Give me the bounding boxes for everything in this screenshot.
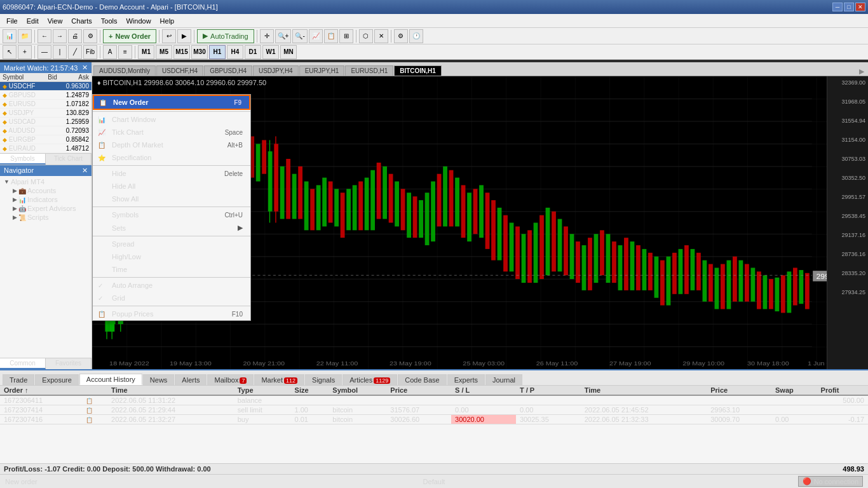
print-button[interactable]: 🖨 xyxy=(68,29,82,43)
tab-market[interactable]: Market112 xyxy=(254,374,304,385)
tab-experts[interactable]: Experts xyxy=(447,374,485,385)
period-button[interactable]: ⊞ xyxy=(339,29,353,43)
tf-m30[interactable]: M30 xyxy=(191,45,208,59)
new-order-toolbar-button[interactable]: + New Order xyxy=(103,29,156,43)
indicators-button[interactable]: 📈 xyxy=(309,29,323,43)
vline-button[interactable]: | xyxy=(53,45,67,59)
ctx-hide-all[interactable]: Hide All xyxy=(93,180,250,193)
tab-codebase[interactable]: Code Base xyxy=(398,374,446,385)
col-price2[interactable]: Price xyxy=(707,386,771,395)
tab-account-history[interactable]: Account History xyxy=(79,374,142,385)
time-button[interactable]: 🕐 xyxy=(409,29,423,43)
chart-tab-usdjpy-h4[interactable]: USDJPY,H4 xyxy=(253,65,299,76)
market-watch-row-euraud[interactable]: ◆ EURAUD 1.48712 xyxy=(0,144,92,153)
menu-tools[interactable]: Tools xyxy=(97,16,121,26)
menu-view[interactable]: View xyxy=(44,16,67,26)
fib-button[interactable]: Fib xyxy=(83,45,97,59)
tab-exposure[interactable]: Exposure xyxy=(35,374,78,385)
navigator-close[interactable]: ✕ xyxy=(82,166,88,175)
ctx-spread[interactable]: Spread xyxy=(93,238,250,250)
ctx-grid[interactable]: ✓ Grid xyxy=(93,292,250,304)
chart-tab-gbpusd-h4[interactable]: GBPUSD,H4 xyxy=(204,65,252,76)
tf-mn[interactable]: MN xyxy=(280,45,297,59)
crosshair2-button[interactable]: + xyxy=(18,45,32,59)
ctx-new-order[interactable]: 📋 New Order F9 xyxy=(93,95,250,110)
tf-m5[interactable]: M5 xyxy=(156,45,172,59)
col-price[interactable]: Price xyxy=(386,386,451,395)
objects-button[interactable]: ⬡ xyxy=(359,29,373,43)
market-watch-close[interactable]: ✕ xyxy=(82,64,88,72)
chart-tab-eurusd-h1[interactable]: EURUSD,H1 xyxy=(345,65,393,76)
tab-articles[interactable]: Articles1129 xyxy=(342,374,397,385)
order-row[interactable]: 1672307414 📋 2022.06.05 21:29:44 sell li… xyxy=(0,405,868,415)
tf-h4[interactable]: H4 xyxy=(227,45,243,59)
trendline-button[interactable]: ╱ xyxy=(68,45,82,59)
col-size[interactable]: Size xyxy=(291,386,329,395)
col-tp[interactable]: T / P xyxy=(516,386,581,395)
col-order[interactable]: Order ↑ xyxy=(0,386,82,395)
tab-favorites[interactable]: Favorites xyxy=(46,358,92,369)
col-time[interactable]: Time xyxy=(107,386,234,395)
ctx-popup-prices[interactable]: 📋 Popup Prices F10 xyxy=(93,308,250,320)
menu-help[interactable]: Help xyxy=(156,16,179,26)
col-sl[interactable]: S / L xyxy=(451,386,516,395)
ctx-time[interactable]: Time xyxy=(93,263,250,276)
tab-trade[interactable]: Trade xyxy=(3,374,34,385)
tab-signals[interactable]: Signals xyxy=(305,374,342,385)
delete-button[interactable]: ✕ xyxy=(374,29,388,43)
tab-mailbox[interactable]: Mailbox7 xyxy=(207,374,254,385)
col-type[interactable]: Type xyxy=(234,386,291,395)
tf-w1[interactable]: W1 xyxy=(262,45,279,59)
order-row[interactable]: 1672306411 📋 2022.06.05 11:31:22 balance… xyxy=(0,395,868,405)
menu-charts[interactable]: Charts xyxy=(67,16,95,26)
nav-root[interactable]: ▼ Alpari MT4 xyxy=(1,177,90,186)
menu-edit[interactable]: Edit xyxy=(23,16,43,26)
tf-m15[interactable]: M15 xyxy=(173,45,190,59)
tf-m1[interactable]: M1 xyxy=(138,45,154,59)
crosshair-button[interactable]: ✛ xyxy=(260,29,274,43)
open-button[interactable]: 📁 xyxy=(18,29,32,43)
new-chart-button[interactable]: 📊 xyxy=(3,29,17,43)
minimize-button[interactable]: ─ xyxy=(832,3,843,11)
ctx-auto-arrange[interactable]: ✓ Auto Arrange xyxy=(93,279,250,292)
order-row[interactable]: 1672307416 📋 2022.06.05 21:32:27 buy 0.0… xyxy=(0,415,868,424)
tab-symbols[interactable]: Symbols xyxy=(0,154,46,165)
col-profit[interactable]: Profit xyxy=(817,386,868,395)
nav-expert-advisors[interactable]: ▶ 🤖 Expert Advisors xyxy=(10,204,90,213)
nav-indicators[interactable]: ▶ 📊 Indicators xyxy=(10,195,90,204)
nav-accounts[interactable]: ▶ 💼 Accounts xyxy=(10,186,90,195)
menu-file[interactable]: File xyxy=(3,16,22,26)
ctx-symbols[interactable]: Symbols Ctrl+U xyxy=(93,208,250,221)
compile-button[interactable]: ▶ xyxy=(177,29,191,43)
market-watch-row-usdjpy[interactable]: ◆ USDJPY 130.829 xyxy=(0,109,92,118)
col-time2[interactable]: Time xyxy=(581,386,707,395)
ctx-tick-chart[interactable]: 📈 Tick Chart Space xyxy=(93,126,250,139)
market-watch-row-usdcad[interactable]: ◆ USDCAD 1.25959 xyxy=(0,118,92,126)
market-watch-row-eurgbp[interactable]: ◆ EURGBP 0.85842 xyxy=(0,135,92,144)
tab-tick-chart[interactable]: Tick Chart xyxy=(46,154,92,165)
chart-scroll-right[interactable]: ▶ xyxy=(857,67,867,76)
chart-tab-bitcoin-h1[interactable]: BITCOIN,H1 xyxy=(394,65,442,76)
templates-button[interactable]: 📋 xyxy=(324,29,338,43)
undo-button[interactable]: ↩ xyxy=(162,29,176,43)
market-watch-row-audusd[interactable]: ◆ AUDUSD 0.72093 xyxy=(0,126,92,135)
ctx-specification[interactable]: ⭐ Specification xyxy=(93,151,250,164)
back-button[interactable]: ← xyxy=(37,29,51,43)
hline-button[interactable]: — xyxy=(37,45,51,59)
ctx-hide[interactable]: Hide Delete xyxy=(93,167,250,180)
tab-common[interactable]: Common xyxy=(0,358,46,369)
tab-alerts[interactable]: Alerts xyxy=(175,374,207,385)
ctx-highlow[interactable]: High/Low xyxy=(93,250,250,263)
tf-h1[interactable]: H1 xyxy=(209,45,226,59)
zoom-in-button[interactable]: 🔍+ xyxy=(275,29,292,43)
nav-scripts[interactable]: ▶ 📜 Scripts xyxy=(10,213,90,222)
forward-button[interactable]: → xyxy=(53,29,67,43)
menu-window[interactable]: Window xyxy=(122,16,154,26)
ctx-depth-of-market[interactable]: 📋 Depth Of Market Alt+B xyxy=(93,139,250,151)
ctx-chart-window[interactable]: 📊 Chart Window xyxy=(93,113,250,126)
label-button[interactable]: ≡ xyxy=(118,45,132,59)
zoom-out-button[interactable]: 🔍- xyxy=(292,29,307,43)
market-watch-row-gbpusd[interactable]: ◆ GBPUSD 1.24879 xyxy=(0,91,92,100)
cursor-button[interactable]: ↖ xyxy=(3,45,17,59)
maximize-button[interactable]: □ xyxy=(844,3,854,11)
